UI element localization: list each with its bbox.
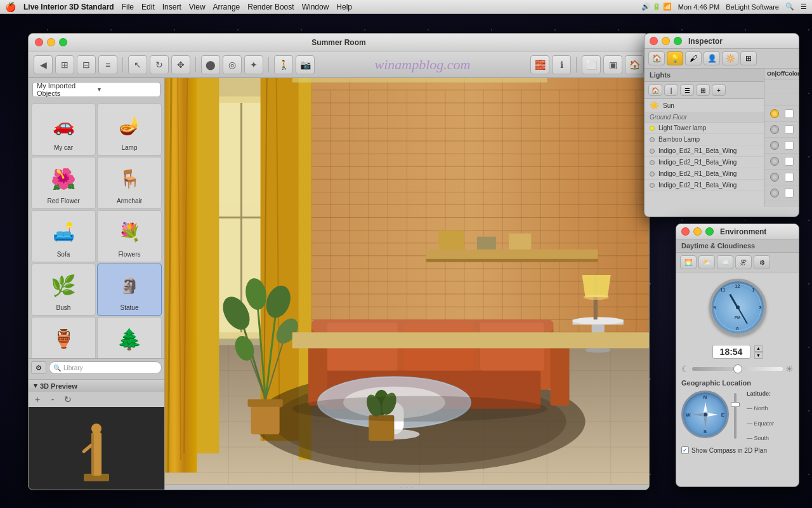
indigo-wing-2-item[interactable]: Indigo_Ed2_R1_Beta_Wing (645, 157, 764, 168)
time-input[interactable]: 18:54 (712, 345, 750, 359)
insp-grid-btn[interactable]: ⊞ (740, 51, 757, 65)
floor-plan-btn[interactable]: ⬜ (582, 55, 601, 74)
light-on-3[interactable] (770, 141, 779, 150)
time-down-btn[interactable]: ▼ (754, 352, 763, 359)
lights-partition-btn[interactable]: | (664, 84, 678, 96)
menu-render-boost[interactable]: Render Boost (247, 3, 294, 11)
library-search[interactable]: 🔍 Library (49, 361, 162, 374)
indigo-wing-3-item[interactable]: Indigo_Ed2_R1_Beta_Wing (645, 168, 764, 180)
menu-file[interactable]: File (122, 3, 134, 11)
apple-menu[interactable]: 🍎 (5, 2, 16, 12)
zoom-in-btn[interactable]: + (31, 393, 44, 406)
brightness-slider[interactable] (692, 367, 783, 371)
menu-edit[interactable]: Edit (141, 3, 155, 11)
circle-tool[interactable]: ⬤ (201, 55, 220, 74)
light-on-4[interactable] (770, 157, 779, 166)
time-up-btn[interactable]: ▲ (754, 345, 763, 352)
toolbar-right-1[interactable]: 🧱 (530, 55, 549, 74)
insp-person-btn[interactable]: 👤 (704, 51, 720, 65)
maximize-button[interactable] (59, 38, 67, 46)
select-tool[interactable]: ↖ (128, 55, 147, 74)
insp-lamp-btn[interactable]: 🔆 (722, 51, 738, 65)
search-icon[interactable]: 🔍 (785, 3, 794, 11)
sun-light-item[interactable]: ☀️ Sun (645, 99, 764, 112)
3d-view-btn[interactable]: ▣ (603, 55, 622, 74)
lights-house-btn[interactable]: 🏠 (648, 84, 662, 96)
color-swatch-6[interactable] (785, 189, 794, 197)
toolbar-btn-3[interactable]: ≡ (98, 55, 117, 74)
color-swatch-4[interactable] (785, 157, 794, 166)
list-item[interactable]: 🛋️ Sofa (31, 210, 96, 262)
menu-extras-icon[interactable]: ☰ (801, 3, 807, 11)
env-minimize-button[interactable] (693, 227, 702, 236)
lights-add-btn[interactable]: + (712, 84, 726, 96)
watermark: winampblog.com (317, 57, 528, 73)
list-item[interactable]: 🏺 Vase (31, 317, 96, 358)
menu-window[interactable]: Window (302, 3, 329, 11)
insp-house-btn[interactable]: 🏠 (648, 51, 665, 65)
minimize-button[interactable] (47, 38, 55, 46)
toolbar-btn-2[interactable]: ⊟ (77, 55, 96, 74)
person-icon[interactable]: 🚶 (274, 55, 293, 74)
rotate-tool[interactable]: ↻ (150, 55, 169, 74)
canvas-area[interactable]: · · · (165, 78, 649, 490)
color-swatch-1[interactable] (785, 109, 794, 118)
inspector-maximize-button[interactable] (674, 37, 682, 45)
menu-insert[interactable]: Insert (162, 3, 181, 11)
settings-btn[interactable]: ⚙ (31, 361, 46, 374)
list-item[interactable]: 🌲 Great Tree (97, 317, 162, 358)
sunrise-btn[interactable]: 🌅 (680, 255, 697, 269)
color-swatch-2[interactable] (785, 125, 794, 134)
inspector-minimize-button[interactable] (662, 37, 670, 45)
move-tool[interactable]: ✥ (171, 55, 190, 74)
objects-dropdown[interactable]: My Imported Objects ▼ (32, 82, 160, 97)
env-close-button[interactable] (681, 227, 690, 236)
list-item[interactable]: 🚗 My car (31, 104, 96, 156)
color-swatch-5[interactable] (785, 173, 794, 182)
partly-cloudy-btn[interactable]: ⛅ (698, 255, 715, 269)
menu-arrange[interactable]: Arrange (213, 3, 240, 11)
zoom-reset-btn[interactable]: ↻ (62, 393, 74, 406)
menu-help[interactable]: Help (336, 3, 352, 11)
light-on-1[interactable] (770, 109, 779, 118)
home-btn[interactable]: 🏠 (625, 55, 644, 74)
lights-grid-btn[interactable]: ⊞ (696, 84, 710, 96)
indigo-wing-4-item[interactable]: Indigo_Ed2_R1_Beta_Wing (645, 180, 764, 191)
camera-tool[interactable]: 📷 (296, 55, 315, 74)
target-tool[interactable]: ◎ (223, 55, 242, 74)
list-item[interactable]: 🪔 Lamp (97, 104, 162, 156)
show-compass-checkbox[interactable]: ✓ (681, 446, 689, 454)
storm-btn[interactable]: ⛈ (735, 255, 752, 269)
clock-num-1: 1 (752, 288, 755, 292)
light-tower-lamp-item[interactable]: Light Tower lamp (645, 123, 764, 134)
back-button[interactable]: ◀ (34, 55, 53, 74)
resize-bar[interactable]: · · · (165, 485, 649, 490)
menu-view[interactable]: View (189, 3, 206, 11)
light-on-5[interactable] (770, 173, 779, 182)
preview-header[interactable]: ▾ 3D Preview (29, 380, 164, 392)
star-tool[interactable]: ✦ (244, 55, 263, 74)
list-item[interactable]: 🗿 Statue (97, 264, 162, 316)
cloudy-btn[interactable]: ☁️ (717, 255, 733, 269)
bamboo-lamp-item[interactable]: Bamboo Lamp (645, 134, 764, 145)
list-item[interactable]: 🌿 Bush (31, 264, 96, 316)
list-item[interactable]: 🪑 Armchair (97, 157, 162, 209)
insp-bulb-btn[interactable]: 💡 (667, 51, 683, 65)
object-label: Statue (121, 304, 139, 311)
env-settings-btn[interactable]: ⚙ (754, 255, 770, 269)
lights-all-btn[interactable]: ☰ (680, 84, 694, 96)
brightness-thumb[interactable] (733, 364, 742, 373)
insp-brush-btn[interactable]: 🖌 (685, 51, 702, 65)
toolbar-btn-1[interactable]: ⊞ (55, 55, 74, 74)
zoom-out-btn[interactable]: - (46, 393, 59, 406)
info-btn[interactable]: ℹ (552, 55, 571, 74)
inspector-close-button[interactable] (650, 37, 658, 45)
list-item[interactable]: 💐 Flowers (97, 210, 162, 262)
list-item[interactable]: 🌺 Red Flower (31, 157, 96, 209)
color-swatch-3[interactable] (785, 141, 794, 150)
light-on-6[interactable] (770, 189, 779, 197)
env-maximize-button[interactable] (705, 227, 714, 236)
light-on-2[interactable] (770, 125, 779, 134)
indigo-wing-1-item[interactable]: Indigo_Ed2_R1_Beta_Wing (645, 145, 764, 157)
close-button[interactable] (35, 38, 43, 46)
